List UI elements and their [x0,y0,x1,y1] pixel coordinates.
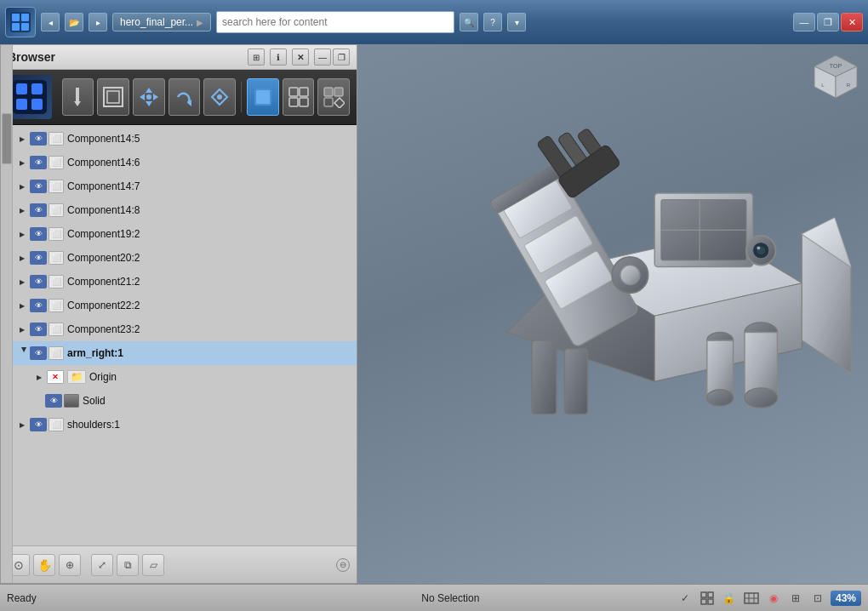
rotate-tool-btn[interactable] [168,78,201,116]
svg-point-21 [217,94,222,100]
tree-item[interactable]: ▶ 👁 ⬜ Component22:2 [13,294,357,317]
grid-icon-btn[interactable] [698,589,717,608]
search-input[interactable] [216,11,454,33]
clip-btn[interactable]: ▱ [142,554,164,576]
browser-minimize-btn[interactable]: — [314,49,331,66]
status-bar: Ready No Selection ✓ 🔒 ◉ ⊞ ⊡ 43% [0,584,868,611]
visibility-icon[interactable]: 👁 [30,180,47,193]
tree-item-label: Component19:2 [67,228,140,240]
tree-item[interactable]: ▶ 👁 ⬜ Component19:2 [13,222,357,246]
status-text: Ready [7,592,226,604]
expand-arrow[interactable]: ▶ [16,323,28,335]
fly-btn[interactable]: ⤢ [91,554,113,576]
svg-rect-30 [324,98,333,106]
visibility-icon[interactable]: 👁 [30,418,47,431]
selection-text: No Selection [232,592,669,604]
expand-arrow[interactable]: ▶ [16,300,28,311]
visibility-icon[interactable]: 👁 [30,132,47,146]
zoom-level[interactable]: 43% [831,591,861,606]
box-tool-btn[interactable] [97,78,129,116]
svg-rect-72 [708,592,713,597]
display-icon-btn[interactable]: ⊞ [786,589,805,608]
view-custom-btn[interactable] [317,78,350,116]
minimize-button[interactable]: — [793,13,815,31]
visibility-icon[interactable]: 👁 [30,323,47,336]
browser-close-btn[interactable]: ✕ [292,49,309,66]
component-icon: ⬜ [49,156,64,169]
expand-arrow[interactable]: ▶ [16,180,28,192]
component-icon: ⬜ [49,132,64,146]
visibility-icon[interactable]: 👁 [30,251,47,265]
visibility-icon[interactable]: 👁 [30,346,47,360]
component-icon: ⬜ [49,275,64,288]
3d-model [400,87,868,512]
view-quad-btn[interactable] [283,78,315,116]
search-button[interactable]: 🔍 [460,13,478,31]
tree-item[interactable]: ▶ 👁 ⬜ Component14:5 [13,127,357,151]
maximize-button[interactable]: ❐ [817,13,839,31]
expand-arrow[interactable]: ▶ [33,371,45,383]
tree-item[interactable]: ▶ 👁 ⬜ Component20:2 [13,246,357,270]
check-icon-btn[interactable]: ✓ [676,589,694,608]
window-controls: — ❐ ✕ [793,13,863,31]
tree-item-label: Component23:2 [67,323,140,335]
expand-arrow[interactable]: ▶ [16,419,28,431]
view-icon-btn[interactable] [742,589,761,608]
expand-arrow[interactable]: ▶ [16,157,28,168]
tree-item-label: Component14:6 [67,157,140,168]
tree-item-arm-right[interactable]: ▶ 👁 ⬜ arm_right:1 [13,341,357,365]
visibility-icon[interactable]: 👁 [45,394,62,408]
svg-rect-1 [12,14,20,21]
nav-open-button[interactable]: 📂 [65,13,83,31]
folder-icon: 📁 [67,370,86,384]
nav-back-button[interactable]: ◂ [41,13,60,31]
tree-item[interactable]: ▶ 👁 ⬜ Component14:6 [13,151,357,174]
svg-point-18 [146,94,151,100]
expand-arrow-expanded[interactable]: ▶ [16,347,28,359]
expand-arrow[interactable]: ▶ [16,276,28,288]
help-button[interactable]: ? [483,13,502,31]
pan-btn[interactable]: ✋ [33,554,55,576]
left-scrollbar[interactable] [1,125,13,545]
svg-point-62 [707,390,734,406]
visibility-icon[interactable]: 👁 [30,203,47,217]
visibility-icon[interactable]: 👁 [30,156,47,169]
svg-rect-27 [300,98,308,106]
browser-panel: Browser ⊞ ℹ ✕ — ❐ [0,44,357,584]
expand-arrow[interactable]: ▶ [16,133,28,145]
browser-info-btn[interactable]: ℹ [270,49,287,66]
scale-tool-btn[interactable] [203,78,236,116]
nav-fwd-button[interactable]: ▸ [89,13,107,31]
close-button[interactable]: ✕ [841,13,863,31]
visibility-icon[interactable]: 👁 [30,275,47,288]
visibility-icon[interactable]: 👁 [30,299,47,312]
tree-item[interactable]: ▶ 👁 ⬜ Component14:7 [13,174,357,198]
tree-item[interactable]: ▶ 👁 ⬜ Component21:2 [13,270,357,294]
svg-rect-2 [21,14,29,21]
expand-arrow[interactable]: ▶ [16,228,28,240]
expand-arrow[interactable]: ▶ [16,252,28,264]
visibility-icon[interactable]: 👁 [30,227,47,241]
move-tool-btn[interactable] [133,78,165,116]
zoom-btn[interactable]: ⊕ [59,554,81,576]
browser-grid-btn[interactable]: ⊞ [248,49,265,66]
circle-icon-btn[interactable]: ◉ [764,589,783,608]
tree-item[interactable]: ▶ 👁 ⬜ Component23:2 [13,317,357,341]
lock-icon-btn[interactable]: 🔒 [720,589,739,608]
tree-item-label: Origin [89,371,117,383]
svg-marker-11 [74,101,81,106]
tree-item[interactable]: ▶ 👁 ⬜ Component14:8 [13,198,357,222]
expand-arrow[interactable]: ▶ [16,204,28,216]
pencil-tool-btn[interactable] [62,78,94,116]
browser-maximize-btn[interactable]: ❐ [333,49,350,66]
view-fit-btn[interactable]: ⧉ [117,554,139,576]
browser-scroll-area[interactable]: ▶ 👁 ⬜ Component14:5 ▶ 👁 ⬜ Component14:6 [13,125,357,545]
scrollbar-thumb[interactable] [2,125,12,164]
settings-button[interactable]: ▾ [507,13,526,31]
surface-icon-btn[interactable]: ⊡ [808,589,827,608]
viewport[interactable]: TOP L R [357,44,868,584]
view-single-btn[interactable] [247,78,279,116]
tree-item-solid[interactable]: 👁 Solid [30,389,357,413]
tree-item-origin[interactable]: ▶ ✕ 📁 Origin [30,365,357,389]
tree-item-shoulders[interactable]: ▶ 👁 ⬜ shoulders:1 [13,413,357,437]
